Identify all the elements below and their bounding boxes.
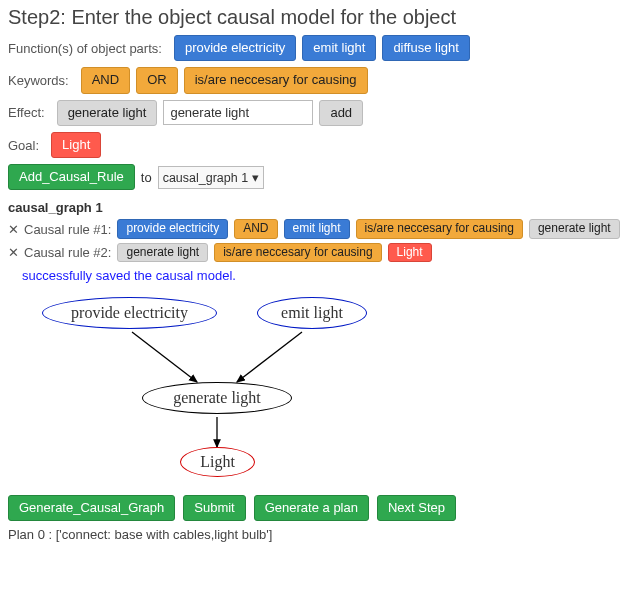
- effect-input[interactable]: [163, 100, 313, 125]
- generate-causal-graph-button[interactable]: Generate_Causal_Graph: [8, 495, 175, 521]
- keyword-necessary[interactable]: is/are neccesary for causing: [184, 67, 368, 93]
- rule-token[interactable]: Light: [388, 243, 432, 262]
- rule-token[interactable]: generate light: [117, 243, 208, 262]
- add-causal-rule-button[interactable]: Add_Causal_Rule: [8, 164, 135, 190]
- rule-token[interactable]: generate light: [529, 219, 620, 238]
- generate-plan-button[interactable]: Generate a plan: [254, 495, 369, 521]
- goal-label: Goal:: [8, 138, 39, 153]
- graph-select[interactable]: causal_graph 1 ▾: [158, 166, 264, 189]
- goal-row: Goal: Light: [8, 132, 630, 158]
- goal-chip[interactable]: Light: [51, 132, 101, 158]
- action-buttons-row: Generate_Causal_Graph Submit Generate a …: [8, 495, 630, 521]
- delete-rule-icon[interactable]: ✕: [8, 245, 18, 260]
- rule-label: Causal rule #2:: [24, 245, 111, 260]
- plan-output: Plan 0 : ['connect: base with cables,lig…: [8, 527, 630, 542]
- functions-label: Function(s) of object parts:: [8, 41, 162, 56]
- function-chip[interactable]: diffuse light: [382, 35, 470, 61]
- rule-token[interactable]: is/are neccesary for causing: [214, 243, 381, 262]
- effect-row: Effect: generate light add: [8, 100, 630, 126]
- functions-row: Function(s) of object parts: provide ele…: [8, 35, 630, 61]
- delete-rule-icon[interactable]: ✕: [8, 222, 18, 237]
- save-message: successfully saved the causal model.: [22, 268, 630, 283]
- add-rule-row: Add_Causal_Rule to causal_graph 1 ▾: [8, 164, 630, 190]
- rule-token[interactable]: AND: [234, 219, 277, 238]
- rule-token[interactable]: provide electricity: [117, 219, 228, 238]
- graph-select-value: causal_graph 1: [163, 171, 248, 185]
- causal-rule-row: ✕Causal rule #1:provide electricityANDem…: [8, 219, 630, 238]
- causal-graph-title: causal_graph 1: [8, 200, 630, 215]
- causal-graph-diagram: provide electricity emit light generate …: [22, 287, 422, 487]
- graph-node-generate-light: generate light: [142, 382, 292, 414]
- rule-token[interactable]: is/are neccesary for causing: [356, 219, 523, 238]
- keywords-label: Keywords:: [8, 73, 69, 88]
- keyword-or[interactable]: OR: [136, 67, 178, 93]
- add-rule-to-label: to: [141, 170, 152, 185]
- graph-node-provide-electricity: provide electricity: [42, 297, 217, 329]
- effect-chip[interactable]: generate light: [57, 100, 158, 126]
- next-step-button[interactable]: Next Step: [377, 495, 456, 521]
- function-chip[interactable]: provide electricity: [174, 35, 296, 61]
- causal-rule-row: ✕Causal rule #2:generate lightis/are nec…: [8, 243, 630, 262]
- keyword-and[interactable]: AND: [81, 67, 130, 93]
- add-button[interactable]: add: [319, 100, 363, 126]
- effect-label: Effect:: [8, 105, 45, 120]
- function-chip[interactable]: emit light: [302, 35, 376, 61]
- svg-line-0: [132, 332, 197, 382]
- rule-token[interactable]: emit light: [284, 219, 350, 238]
- page-title: Step2: Enter the object causal model for…: [8, 6, 630, 29]
- graph-node-light: Light: [180, 447, 255, 477]
- svg-line-1: [237, 332, 302, 382]
- graph-node-emit-light: emit light: [257, 297, 367, 329]
- submit-button[interactable]: Submit: [183, 495, 245, 521]
- keywords-row: Keywords: AND OR is/are neccesary for ca…: [8, 67, 630, 93]
- chevron-down-icon: ▾: [252, 171, 259, 185]
- rule-label: Causal rule #1:: [24, 222, 111, 237]
